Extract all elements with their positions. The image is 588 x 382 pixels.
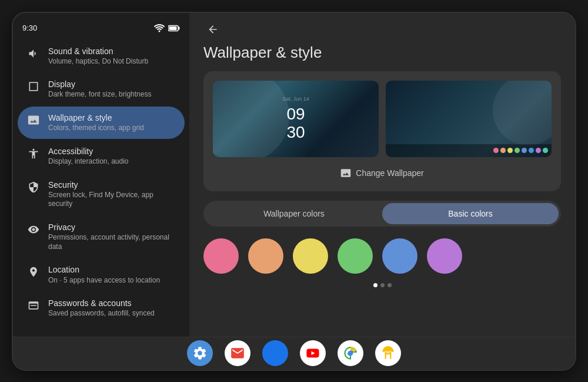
change-wallpaper-button[interactable]: Change Wallpaper <box>213 164 552 182</box>
sidebar-subtitle-sound: Volume, haptics, Do Not Disturb <box>48 57 148 67</box>
wallpaper-previews: Sat, Jun 14 0930 <box>213 81 552 157</box>
sidebar-item-privacy[interactable]: Privacy Permissions, account activity, p… <box>18 216 185 257</box>
sidebar-subtitle-wallpaper: Colors, themed icons, app grid <box>48 124 144 133</box>
tablet-frame: 9:30 Sound & vibrat <box>12 12 576 371</box>
color-tabs: Wallpaper colors Basic colors <box>203 201 561 227</box>
sidebar-item-location[interactable]: Location On · 5 apps have access to loca… <box>18 258 185 291</box>
home-preview-dot-3 <box>514 148 520 153</box>
wallpaper-preview-card: Sat, Jun 14 0930 <box>203 71 561 191</box>
sidebar-icon-accessibility <box>27 147 40 160</box>
battery-icon <box>168 25 180 32</box>
pagination-dots <box>189 278 575 297</box>
sidebar-title-passwords: Passwords & accounts <box>48 298 155 308</box>
sidebar-icon-location <box>27 265 40 278</box>
sidebar-text-accessibility: Accessibility Display, interaction, audi… <box>48 146 129 167</box>
taskbar-app-settings[interactable] <box>187 340 213 366</box>
home-taskbar-preview <box>386 144 552 157</box>
lock-screen-preview[interactable]: Sat, Jun 14 0930 <box>213 81 379 157</box>
home-preview-dot-6 <box>536 148 541 153</box>
sidebar-icon-wallpaper <box>27 114 40 127</box>
status-time: 9:30 <box>22 24 37 32</box>
sidebar-icon-security <box>27 181 40 194</box>
taskbar-app-keep[interactable] <box>375 340 401 366</box>
sidebar-subtitle-location: On · 5 apps have access to location <box>48 276 160 285</box>
color-swatch-blue[interactable] <box>382 238 417 274</box>
sidebar-icon-passwords <box>27 299 40 312</box>
taskbar-app-messages[interactable] <box>262 340 288 366</box>
sidebar-title-display: Display <box>48 79 151 89</box>
sidebar-text-security: Security Screen lock, Find My Device, ap… <box>48 180 175 209</box>
main-area: 9:30 Sound & vibrat <box>13 13 575 337</box>
sidebar-subtitle-passwords: Saved passwords, autofill, synced <box>48 309 155 318</box>
sidebar-icon-privacy <box>27 223 40 236</box>
sidebar-subtitle-privacy: Permissions, account activity, personal … <box>48 233 175 251</box>
pagination-dot-0 <box>373 283 377 287</box>
home-preview-dot-0 <box>493 148 499 153</box>
sidebar-items-container: Sound & vibration Volume, haptics, Do No… <box>13 39 189 325</box>
sidebar-text-sound: Sound & vibration Volume, haptics, Do No… <box>48 46 148 67</box>
color-swatch-pink[interactable] <box>203 238 239 274</box>
home-preview-dot-7 <box>543 148 548 153</box>
tab-basic-colors[interactable]: Basic colors <box>382 203 559 224</box>
color-swatch-green[interactable] <box>338 238 373 274</box>
sidebar-item-sound[interactable]: Sound & vibration Volume, haptics, Do No… <box>18 40 185 72</box>
taskbar-app-icon-gmail <box>230 346 245 361</box>
sidebar-icon-sound <box>27 47 40 60</box>
sidebar-item-display[interactable]: Display Dark theme, font size, brightnes… <box>18 73 185 105</box>
sidebar-subtitle-security: Screen lock, Find My Device, app securit… <box>48 191 175 209</box>
sidebar-item-wallpaper[interactable]: Wallpaper & style Colors, themed icons, … <box>18 107 185 139</box>
taskbar-app-youtube[interactable] <box>300 340 326 366</box>
pagination-dot-2 <box>387 283 392 287</box>
taskbar-app-chrome[interactable] <box>338 340 363 366</box>
taskbar-app-icon-youtube <box>305 346 320 361</box>
taskbar-app-icon-chrome <box>343 346 358 361</box>
sidebar-item-security[interactable]: Security Screen lock, Find My Device, ap… <box>18 174 185 215</box>
content-header <box>189 13 575 39</box>
sidebar: 9:30 Sound & vibrat <box>13 13 189 337</box>
sidebar-title-privacy: Privacy <box>48 222 175 232</box>
wifi-icon <box>154 24 165 32</box>
svg-rect-2 <box>169 26 177 30</box>
content-area: Wallpaper & style Sat, Jun 14 0930 <box>189 13 575 337</box>
taskbar-app-gmail[interactable] <box>225 340 250 366</box>
sidebar-title-accessibility: Accessibility <box>48 146 129 157</box>
sidebar-icon-display <box>27 80 40 93</box>
home-preview-dot-5 <box>529 148 534 153</box>
sidebar-title-sound: Sound & vibration <box>48 46 148 57</box>
sidebar-text-wallpaper: Wallpaper & style Colors, themed icons, … <box>48 112 144 133</box>
bottom-taskbar <box>13 337 575 370</box>
taskbar-app-icon-messages <box>268 346 283 361</box>
change-wallpaper-label: Change Wallpaper <box>356 168 423 178</box>
sidebar-title-wallpaper: Wallpaper & style <box>48 112 144 123</box>
color-swatch-purple[interactable] <box>427 238 462 274</box>
status-icons <box>154 24 180 32</box>
home-preview-dot-4 <box>522 148 527 153</box>
tab-wallpaper-colors[interactable]: Wallpaper colors <box>206 203 382 224</box>
pagination-dot-1 <box>380 283 385 287</box>
status-bar: 9:30 <box>13 18 189 39</box>
sidebar-text-display: Display Dark theme, font size, brightnes… <box>48 79 151 99</box>
color-swatches <box>189 227 575 278</box>
sidebar-text-passwords: Passwords & accounts Saved passwords, au… <box>48 298 155 318</box>
taskbar-app-icon-settings <box>192 346 208 361</box>
sidebar-title-location: Location <box>48 264 160 275</box>
sidebar-subtitle-accessibility: Display, interaction, audio <box>48 157 129 167</box>
sidebar-text-location: Location On · 5 apps have access to loca… <box>48 264 160 285</box>
sidebar-item-passwords[interactable]: Passwords & accounts Saved passwords, au… <box>18 292 185 324</box>
page-title: Wallpaper & style <box>189 39 575 71</box>
home-screen-preview[interactable] <box>386 81 552 157</box>
taskbar-app-icon-keep <box>380 346 396 361</box>
back-button[interactable] <box>203 20 222 39</box>
color-swatch-orange[interactable] <box>248 238 283 274</box>
lock-time-display: 0930 <box>282 105 309 142</box>
sidebar-text-privacy: Privacy Permissions, account activity, p… <box>48 222 175 251</box>
home-preview-dot-1 <box>500 148 506 153</box>
home-preview-dot-2 <box>507 148 513 153</box>
svg-rect-1 <box>179 26 180 29</box>
sidebar-subtitle-display: Dark theme, font size, brightness <box>48 90 151 99</box>
sidebar-title-security: Security <box>48 180 175 190</box>
sidebar-item-accessibility[interactable]: Accessibility Display, interaction, audi… <box>18 140 185 172</box>
color-swatch-yellow[interactable] <box>293 238 328 274</box>
